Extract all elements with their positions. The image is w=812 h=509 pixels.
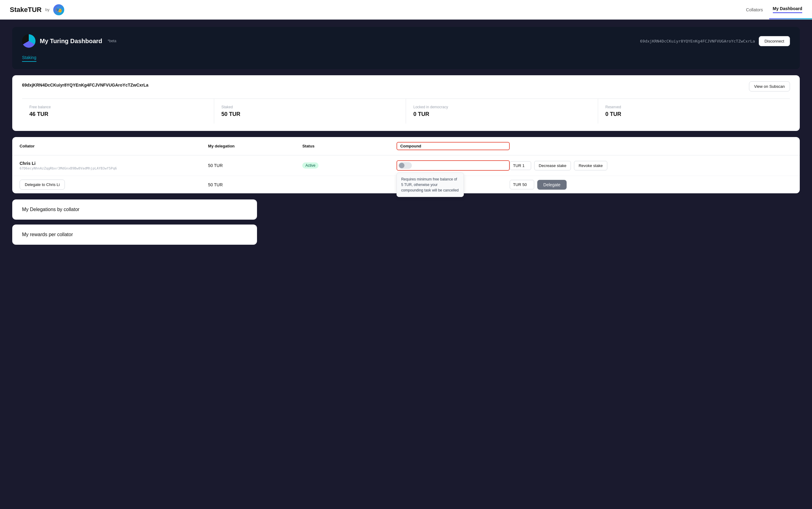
header: StakeTUR by 🎭 Collators My Dashboard: [0, 0, 812, 20]
dashboard-icon: [22, 34, 35, 48]
delegate-col: Delegate to Chris Li: [20, 179, 208, 190]
delegations-title: My Delegations by collator: [22, 207, 247, 212]
dashboard: My Turing Dashboard *beta 69dxjKRN4DcCKu…: [0, 20, 812, 509]
toggle-wrapper[interactable]: ✕: [397, 160, 510, 171]
compound-actions: Decrease stake Revoke stake: [510, 161, 792, 170]
dashboard-address-right: 69dxjKRN4DcCKuiyr8YQYEnKg4FCJVNFVUGAroYc…: [640, 36, 790, 46]
collator-address: 67D6ecyNhnAzZqgRbxr3MdGnxB9Bw8VadMhjpLAY…: [20, 166, 208, 170]
staking-table-header: Collator My delegation Status Compound: [12, 137, 800, 156]
toggle-x-icon: ✕: [400, 163, 402, 166]
reserved-item: Reserved 0 TUR: [598, 99, 790, 124]
logo-by-label: by: [45, 7, 49, 12]
logo-icon: 🎭: [53, 4, 64, 15]
compound-toggle[interactable]: ✕: [398, 162, 412, 169]
col-header-collator: Collator: [20, 144, 208, 148]
col-header-delegation: My delegation: [208, 144, 302, 148]
rewards-card: My rewards per collator: [12, 225, 257, 245]
delegate-submit-button[interactable]: Delegate: [537, 180, 567, 190]
staked-value: 50 TUR: [222, 111, 399, 117]
reserved-label: Reserved: [606, 105, 783, 109]
dashboard-title-row: My Turing Dashboard *beta: [22, 34, 116, 48]
reserved-value: 0 TUR: [606, 111, 783, 117]
free-balance-value: 46 TUR: [29, 111, 206, 117]
staked-item: Staked 50 TUR: [214, 99, 406, 124]
dashboard-header-top: My Turing Dashboard *beta 69dxjKRN4DcCKu…: [22, 34, 790, 48]
view-subscan-button[interactable]: View on Subscan: [749, 81, 790, 92]
dashboard-beta-label: *beta: [108, 39, 116, 43]
balance-card: 69dxjKRN4DcCKuiyr8YQYEnKg4FCJVNFVUGAroYc…: [12, 75, 800, 131]
delegation-amount: 50 TUR: [208, 163, 302, 168]
status-badge: Active: [302, 162, 318, 169]
balance-card-address: 69dxjKRN4DcCKuiyr8YQYEnKg4FCJVNFVUGAroYc…: [22, 82, 148, 88]
collator-info: Chris Li 67D6ecyNhnAzZqgRbxr3MdGnxB9Bw8V…: [20, 161, 208, 170]
delegate-amount-input[interactable]: [510, 180, 534, 189]
decrease-stake-button[interactable]: Decrease stake: [534, 161, 571, 170]
locked-label: Locked in democracy: [413, 105, 590, 109]
collator-name: Chris Li: [20, 161, 208, 166]
staking-tab[interactable]: Staking: [22, 55, 36, 62]
header-accent-bar: [769, 19, 812, 19]
compound-cell: ✕ Requires minimum free balance of 5 TUR…: [397, 160, 510, 171]
nav-dashboard[interactable]: My Dashboard: [773, 6, 802, 13]
dashboard-title: My Turing Dashboard: [40, 38, 102, 45]
staking-card: Collator My delegation Status Compound C…: [12, 137, 800, 193]
free-balance-label: Free balance: [29, 105, 206, 109]
header-left: StakeTUR by 🎭: [10, 4, 64, 15]
logo-text: StakeTUR: [10, 6, 42, 14]
free-balance-item: Free balance 46 TUR: [22, 99, 214, 124]
staked-label: Staked: [222, 105, 399, 109]
col-header-status: Status: [302, 144, 397, 148]
delegations-card: My Delegations by collator: [12, 199, 257, 219]
compound-tooltip: Requires minimum free balance of 5 TUR, …: [397, 172, 464, 197]
delegate-row-amount: 50 TUR: [208, 182, 302, 187]
tur-amount-input[interactable]: [510, 161, 531, 170]
header-nav: Collators My Dashboard: [746, 6, 802, 13]
rewards-title: My rewards per collator: [22, 232, 247, 237]
balance-grid: Free balance 46 TUR Staked 50 TUR Locked…: [22, 99, 790, 124]
dashboard-header-card: My Turing Dashboard *beta 69dxjKRN4DcCKu…: [12, 27, 800, 69]
locked-value: 0 TUR: [413, 111, 590, 117]
locked-item: Locked in democracy 0 TUR: [406, 99, 598, 124]
col-header-compound: Compound: [397, 142, 510, 150]
table-row: Chris Li 67D6ecyNhnAzZqgRbxr3MdGnxB9Bw8V…: [12, 156, 800, 176]
delegate-actions: Delegate: [510, 180, 792, 190]
nav-collators[interactable]: Collators: [746, 7, 763, 12]
delegate-to-button[interactable]: Delegate to Chris Li: [20, 179, 65, 190]
revoke-stake-button[interactable]: Revoke stake: [574, 161, 607, 170]
dashboard-address: 69dxjKRN4DcCKuiyr8YQYEnKg4FCJVNFVUGAroYc…: [640, 39, 755, 43]
disconnect-button[interactable]: Disconnect: [759, 36, 790, 46]
